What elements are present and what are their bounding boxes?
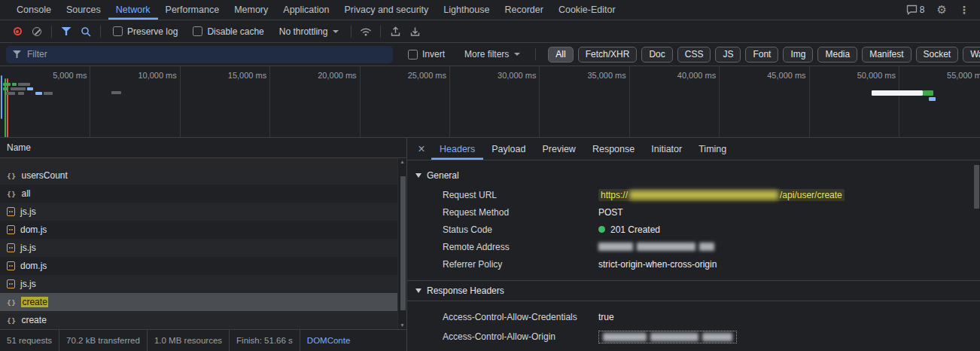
filter-chip-css[interactable]: CSS [677,47,711,63]
status-1-0-mb-resources: 1.0 MB resources [148,330,230,351]
filter-chip-all[interactable]: All [548,47,573,63]
status-domcontentloaded-link[interactable]: DOMConte [300,330,358,351]
tab-privacy-and-security[interactable]: Privacy and security [336,0,436,20]
header-label: Access-Control-Allow-Origin [443,331,598,342]
request-details-pane: HeadersPayloadPreviewResponseInitiatorTi… [407,138,980,351]
console-messages-button[interactable]: 8 [906,5,925,15]
filter-chip-js[interactable]: JS [715,47,741,63]
detail-tab-preview[interactable]: Preview [534,138,583,160]
network-activity-bar [3,87,8,90]
filter-chip-socket[interactable]: Socket [916,47,959,63]
more-filters-button[interactable]: More filters [464,49,520,60]
filter-chip-media[interactable]: Media [817,47,857,63]
filter-chip-wasm[interactable]: Wasm [963,47,980,63]
header-row-access-control-allow-origin: Access-Control-Allow-Origin [443,327,980,346]
detail-tab-response[interactable]: Response [584,138,643,160]
request-name: create [21,297,47,307]
throttling-select[interactable]: No throttling [279,26,339,37]
header-row-status-code: Status Code201 Created [443,221,980,238]
tab-performance[interactable]: Performance [158,0,227,20]
tab-memory[interactable]: Memory [227,0,275,20]
timeline-tick-label: 45,000 ms [743,71,806,80]
header-value [598,331,737,343]
timeline-overview[interactable]: 5,000 ms10,000 ms15,000 ms20,000 ms25,00… [0,66,980,138]
requests-scrollbar[interactable] [397,158,406,329]
response-headers-section-header[interactable]: Response Headers [407,280,980,301]
filter-chip-font[interactable]: Font [745,47,778,63]
request-name: usersCount [21,170,67,181]
request-row-all[interactable]: all [0,185,397,203]
filter-chip-manifest[interactable]: Manifest [862,47,911,63]
request-row-js-js[interactable]: js.js [0,203,397,221]
timeline-gridline [809,66,810,137]
header-value: strict-origin-when-cross-origin [598,259,717,270]
invert-checkbox[interactable] [408,50,418,60]
disclosure-triangle-icon [415,173,422,178]
status-finish-51-66-s: Finish: 51.66 s [230,330,300,351]
search-button[interactable] [76,23,96,41]
scroll-up-arrow-icon[interactable] [398,158,406,166]
detail-tab-initiator[interactable]: Initiator [643,138,690,160]
network-filter-input[interactable] [6,46,393,63]
request-row-create[interactable]: create [0,293,397,311]
request-row-dom-js[interactable]: dom.js [0,257,397,275]
disclosure-triangle-icon [415,288,422,293]
network-activity-bar [27,87,33,90]
request-row-js-js[interactable]: js.js [0,239,397,257]
scrollbar-thumb[interactable] [974,165,979,209]
preserve-log-label: Preserve log [127,26,178,37]
tab-lighthouse[interactable]: Lighthouse [436,0,497,20]
timeline-tick-label: 10,000 ms [114,71,177,80]
scrollbar-thumb[interactable] [400,176,406,310]
network-conditions-button[interactable] [356,23,376,41]
name-column-header[interactable]: Name [0,138,406,158]
tab-sources[interactable]: Sources [59,0,108,20]
tab-network[interactable]: Network [108,0,158,20]
kebab-menu-icon[interactable] [959,5,969,16]
wifi-icon [360,27,372,36]
request-row-dom-js[interactable]: dom.js [0,221,397,239]
network-activity-bar [111,91,121,94]
script-file-icon [7,243,15,252]
header-row-request-url: Request URLhttps:///api/user/create [443,186,980,203]
tab-console[interactable]: Console [9,0,59,20]
record-icon [14,27,22,35]
header-label: Status Code [443,224,598,235]
export-har-button[interactable] [385,23,405,41]
preserve-log-checkbox[interactable] [113,26,123,36]
disable-cache-control: Disable cache [193,26,263,37]
tab-cookie-editor[interactable]: Cookie-Editor [551,0,623,20]
header-row-referrer-policy: Referrer Policystrict-origin-when-cross-… [443,255,980,273]
filter-chip-img[interactable]: Img [783,47,813,63]
general-section-header[interactable]: General [407,165,980,186]
filter-chip-fetch-xhr[interactable]: Fetch/XHR [578,47,638,63]
network-activity-bar [12,83,17,86]
disable-cache-checkbox[interactable] [193,26,202,36]
request-row-js-js[interactable]: js.js [0,275,397,293]
import-har-button[interactable] [405,23,425,41]
tab-application[interactable]: Application [275,0,336,20]
partial-scrolled-row [0,158,397,166]
network-activity-bar [18,92,24,95]
request-row-create[interactable]: create [0,311,397,329]
settings-gear-icon[interactable] [937,4,947,16]
record-button[interactable] [8,23,27,41]
filter-chip-doc[interactable]: Doc [641,47,672,63]
requests-pane: Name usersCountalljs.jsdom.jsjs.jsdom.js… [0,138,407,351]
request-name: js.js [20,243,36,253]
scroll-down-arrow-icon[interactable] [398,322,406,329]
detail-tab-payload[interactable]: Payload [483,138,534,160]
timeline-tick-label: 40,000 ms [653,71,716,80]
details-scrollbar[interactable] [972,160,980,351]
request-row-userscount[interactable]: usersCount [0,166,397,185]
section-title: Response Headers [427,285,504,296]
close-details-button[interactable] [412,138,431,160]
detail-tab-headers[interactable]: Headers [431,138,483,160]
chat-bubble-icon [906,5,918,15]
filter-toggle-button[interactable] [56,23,76,41]
more-filters-label: More filters [464,49,509,60]
timeline-tick-label: 25,000 ms [383,71,446,80]
tab-recorder[interactable]: Recorder [497,0,550,20]
clear-network-log-button[interactable] [27,23,47,41]
detail-tab-timing[interactable]: Timing [690,138,735,160]
